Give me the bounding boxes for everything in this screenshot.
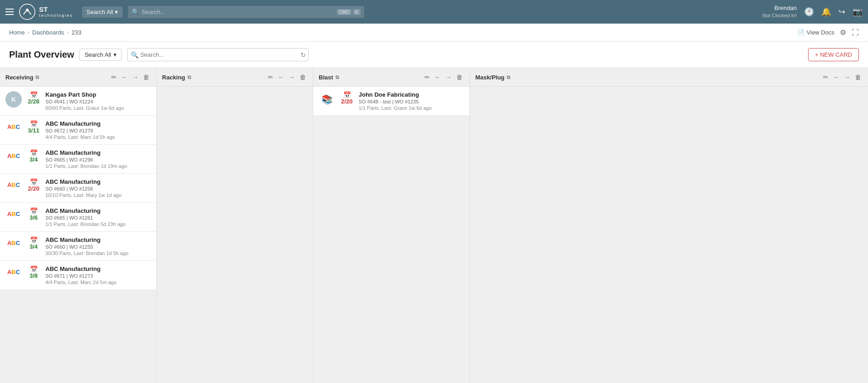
card-content: ABC Manufacturing SO #672 | WO #1279 4/4… bbox=[45, 120, 151, 140]
delete-column-button[interactable]: 🗑 bbox=[298, 73, 307, 82]
external-link-icon[interactable]: ⧉ bbox=[507, 74, 510, 80]
page-search-scope-button[interactable]: Search All ▾ bbox=[79, 49, 122, 61]
card-order: SO #665 | WO #1296 bbox=[45, 157, 151, 162]
table-row[interactable]: ABC 📅 3/6 ABC Manufacturing SO #665 | WO… bbox=[0, 203, 156, 232]
page-search-wrapper: 🔍 ↻ bbox=[127, 48, 309, 61]
logout-icon[interactable]: ↪ bbox=[838, 7, 845, 17]
calendar-icon: 📅 bbox=[343, 91, 351, 98]
calendar-icon: 📅 bbox=[30, 91, 38, 98]
table-row[interactable]: ABC 📅 3/11 ABC Manufacturing SO #672 | W… bbox=[0, 116, 156, 145]
expand-icon[interactable]: ⛶ bbox=[852, 29, 859, 37]
date-number: 3/6 bbox=[30, 215, 38, 221]
kbd-cmd: CMD bbox=[337, 9, 352, 15]
column-header-receiving: Receiving ⧉ ✏ ← → 🗑 bbox=[0, 68, 156, 87]
kanban-board: Receiving ⧉ ✏ ← → 🗑 K 📅 2/28 Kangas Part… bbox=[0, 68, 868, 383]
column-header-racking: Racking ⧉ ✏ ← → 🗑 bbox=[157, 68, 313, 87]
move-right-button[interactable]: → bbox=[131, 73, 140, 82]
date-badge: 📅 3/6 bbox=[26, 207, 41, 221]
global-search-wrapper: 🔍 CMD K bbox=[128, 6, 364, 18]
breadcrumb-dashboards[interactable]: Dashboards bbox=[32, 29, 64, 36]
card-order: SO #660 | WO #1255 bbox=[45, 244, 151, 250]
card-meta: 30/30 Parts, Last: Brendan 1d 5h ago bbox=[45, 250, 151, 256]
delete-column-button[interactable]: 🗑 bbox=[853, 73, 863, 82]
card-company: John Doe Fabricating bbox=[359, 91, 464, 98]
card-meta: 4/4 Parts, Last: Marc 1d 5h ago bbox=[45, 134, 151, 140]
card-content: ABC Manufacturing SO #665 | WO #1261 1/1… bbox=[45, 207, 151, 227]
date-number: 3/8 bbox=[30, 273, 38, 279]
delete-column-button[interactable]: 🗑 bbox=[455, 73, 464, 82]
edit-column-button[interactable]: ✏ bbox=[266, 73, 275, 82]
date-number: 2/20 bbox=[28, 186, 39, 192]
calendar-icon: 📅 bbox=[30, 120, 38, 128]
top-nav: ST technologies Search All ▾ 🔍 CMD K Bre… bbox=[0, 0, 868, 24]
global-search-all-button[interactable]: Search All ▾ bbox=[82, 6, 123, 18]
table-row[interactable]: ABC 📅 3/4 ABC Manufacturing SO #660 | WO… bbox=[0, 232, 156, 261]
move-left-button[interactable]: ← bbox=[276, 73, 286, 82]
table-row[interactable]: ABC 📅 3/8 ABC Manufacturing SO #671 | WO… bbox=[0, 261, 156, 290]
card-meta: 1/1 Parts, Last: Brendan 1d 19m ago bbox=[45, 163, 151, 169]
edit-column-button[interactable]: ✏ bbox=[423, 73, 431, 82]
column-body-racking bbox=[157, 87, 313, 383]
breadcrumb: Home › Dashboards › 233 📄 View Docs ⚙ ⛶ bbox=[0, 24, 868, 42]
logo: ST technologies bbox=[19, 4, 73, 20]
card-order: SO #672 | WO #1279 bbox=[45, 128, 151, 133]
external-link-icon[interactable]: ⧉ bbox=[35, 74, 39, 80]
svg-point-1 bbox=[26, 9, 29, 11]
camera-icon[interactable]: 📷 bbox=[853, 7, 863, 17]
card-content: ABC Manufacturing SO #665 | WO #1296 1/1… bbox=[45, 149, 151, 169]
page-search-input[interactable] bbox=[127, 48, 309, 61]
card-content: ABC Manufacturing SO #671 | WO #1273 4/4… bbox=[45, 265, 151, 285]
card-order: SO #641 | WO #1224 bbox=[45, 99, 151, 104]
column-header-maskplug: Mask/Plug ⧉ ✏ ← → 🗑 bbox=[470, 68, 868, 87]
settings-icon[interactable]: ⚙ bbox=[840, 28, 846, 37]
bell-icon[interactable]: 🔔 bbox=[821, 7, 831, 17]
move-right-button[interactable]: → bbox=[287, 73, 296, 82]
calendar-icon: 📅 bbox=[30, 178, 38, 186]
move-right-button[interactable]: → bbox=[843, 73, 852, 82]
card-order: SO #648 - test | WO #1235 bbox=[359, 99, 464, 104]
edit-column-button[interactable]: ✏ bbox=[110, 73, 118, 82]
column-title-blast: Blast ⧉ bbox=[319, 74, 339, 81]
logo-icon bbox=[19, 4, 35, 20]
breadcrumb-home[interactable]: Home bbox=[9, 29, 25, 36]
table-row[interactable]: K 📅 2/28 Kangas Part Shop SO #641 | WO #… bbox=[0, 87, 156, 116]
card-company: ABC Manufacturing bbox=[45, 265, 151, 272]
move-left-button[interactable]: ← bbox=[433, 73, 442, 82]
card-content: ABC Manufacturing SO #660 | WO #1255 30/… bbox=[45, 236, 151, 256]
move-left-button[interactable]: ← bbox=[120, 73, 129, 82]
nav-right: Brendan Not Clocked In! 🕐 🔔 ↪ 📷 bbox=[763, 5, 863, 19]
column-body-receiving: K 📅 2/28 Kangas Part Shop SO #641 | WO #… bbox=[0, 87, 156, 383]
date-number: 3/4 bbox=[30, 244, 38, 250]
user-status: Not Clocked In! bbox=[763, 12, 797, 19]
card-order: SO #660 | WO #1256 bbox=[45, 186, 151, 192]
hamburger-menu[interactable] bbox=[5, 9, 14, 15]
refresh-button[interactable]: ↻ bbox=[301, 51, 306, 59]
avatar: K bbox=[5, 91, 22, 108]
edit-column-button[interactable]: ✏ bbox=[822, 73, 830, 82]
table-row[interactable]: ABC 📅 2/20 ABC Manufacturing SO #660 | W… bbox=[0, 174, 156, 203]
user-info: Brendan Not Clocked In! bbox=[763, 5, 797, 19]
table-row[interactable]: 📚 📅 2/20 John Doe Fabricating SO #648 - … bbox=[313, 87, 469, 116]
external-link-icon[interactable]: ⧉ bbox=[187, 74, 191, 80]
move-left-button[interactable]: ← bbox=[832, 73, 841, 82]
page-search-icon: 🔍 bbox=[131, 51, 138, 59]
global-search-input[interactable] bbox=[128, 6, 364, 18]
date-badge: 📅 3/4 bbox=[26, 149, 41, 162]
clock-icon[interactable]: 🕐 bbox=[804, 7, 814, 17]
column-receiving: Receiving ⧉ ✏ ← → 🗑 K 📅 2/28 Kangas Part… bbox=[0, 68, 157, 383]
view-docs-button[interactable]: 📄 View Docs bbox=[797, 29, 834, 36]
card-content: ABC Manufacturing SO #660 | WO #1256 10/… bbox=[45, 178, 151, 198]
avatar: ABC bbox=[5, 236, 22, 249]
column-blast: Blast ⧉ ✏ ← → 🗑 📚 📅 2/20 John Doe Fabric… bbox=[313, 68, 470, 383]
new-card-button[interactable]: + NEW CARD bbox=[808, 48, 859, 61]
card-company: ABC Manufacturing bbox=[45, 120, 151, 127]
date-badge: 📅 2/20 bbox=[340, 91, 354, 104]
delete-column-button[interactable]: 🗑 bbox=[142, 73, 151, 82]
column-maskplug: Mask/Plug ⧉ ✏ ← → 🗑 bbox=[470, 68, 868, 383]
column-title-receiving: Receiving ⧉ bbox=[5, 74, 39, 81]
avatar: ABC bbox=[5, 265, 22, 278]
move-right-button[interactable]: → bbox=[444, 73, 453, 82]
table-row[interactable]: ABC 📅 3/4 ABC Manufacturing SO #665 | WO… bbox=[0, 145, 156, 174]
external-link-icon[interactable]: ⧉ bbox=[335, 74, 339, 80]
date-badge: 📅 3/11 bbox=[26, 120, 41, 133]
